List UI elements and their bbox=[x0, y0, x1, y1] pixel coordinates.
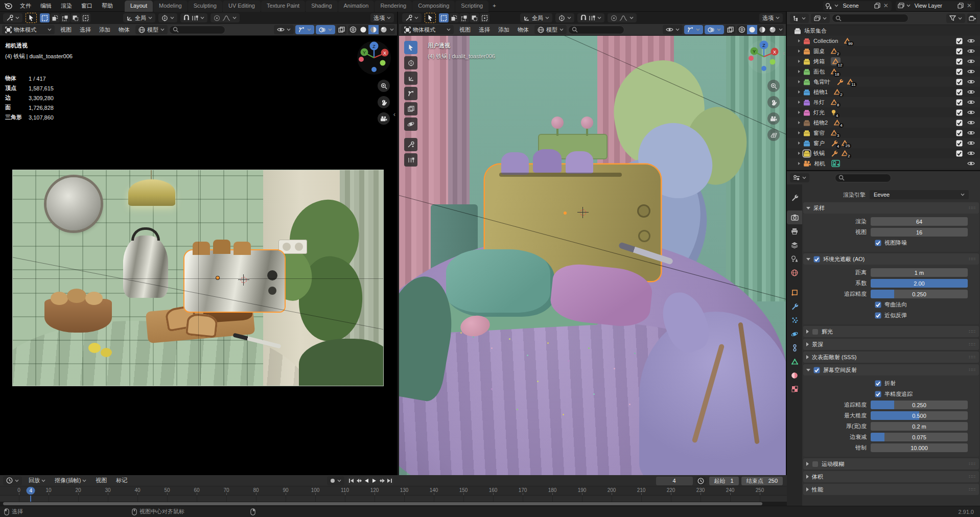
outliner-item-label[interactable]: 植物2 bbox=[813, 119, 828, 127]
panel-drag-dots[interactable]: ∷∷ bbox=[969, 487, 976, 492]
exclude-checkbox[interactable] bbox=[956, 79, 963, 85]
disclosure-icon[interactable] bbox=[798, 142, 800, 145]
disclosure-icon[interactable] bbox=[798, 70, 800, 73]
panel-drag-dots[interactable]: ∷∷ bbox=[969, 342, 976, 347]
outliner-item-label[interactable]: 窗帘 bbox=[813, 129, 825, 137]
outliner-item-label[interactable]: 植物1 bbox=[813, 88, 828, 96]
outliner-item-label[interactable]: 吊灯 bbox=[813, 99, 825, 106]
workspace-tab-compositing[interactable]: Compositing bbox=[412, 1, 455, 12]
workspace-tab-layout[interactable]: Layout bbox=[125, 1, 153, 12]
view-layer-selector[interactable]: View Layer ✕ bbox=[896, 1, 975, 11]
pan-hand-button[interactable] bbox=[767, 96, 780, 108]
shading-rendered-button[interactable] bbox=[767, 25, 778, 34]
shading-solid-button[interactable] bbox=[358, 25, 368, 34]
unlink-scene-icon[interactable]: ✕ bbox=[882, 2, 890, 9]
panel-drag-dots[interactable]: ∷∷ bbox=[969, 461, 976, 466]
viewport-camera-canvas[interactable]: 相机透视 (4) 铁锅 | dualit_toaster006 物体1 / 41… bbox=[0, 36, 397, 475]
hide-eye-icon[interactable] bbox=[967, 89, 975, 95]
proportional-edit-dropdown[interactable] bbox=[211, 13, 240, 22]
tool-rotate-button[interactable] bbox=[404, 87, 417, 100]
exclude-checkbox[interactable] bbox=[956, 48, 963, 55]
properties-tab-scene[interactable] bbox=[787, 252, 802, 266]
panel-header-7[interactable]: 体积∷∷ bbox=[803, 471, 979, 482]
gizmos-toggle[interactable] bbox=[684, 25, 703, 34]
disclosure-icon[interactable] bbox=[798, 131, 800, 134]
timeline-menu-0[interactable]: 回放 bbox=[24, 475, 50, 486]
checkbox[interactable] bbox=[875, 391, 881, 397]
panel-header-2[interactable]: 辉光∷∷ bbox=[803, 326, 979, 337]
viewport-menu-0[interactable]: 视图 bbox=[455, 24, 475, 35]
outliner-item-铁锅[interactable]: 铁锅2 bbox=[787, 148, 980, 158]
shading-wireframe-button[interactable] bbox=[348, 25, 358, 34]
properties-tab-view-layer[interactable] bbox=[787, 238, 802, 252]
hide-eye-icon[interactable] bbox=[967, 110, 975, 115]
snap-dropdown[interactable] bbox=[577, 13, 604, 22]
exclude-checkbox[interactable] bbox=[956, 99, 963, 106]
tool-cursor-button[interactable] bbox=[404, 56, 417, 69]
select-subtract-button[interactable] bbox=[459, 13, 469, 22]
shading-rendered-button[interactable] bbox=[379, 25, 389, 34]
workspace-tab-scripting[interactable]: Scripting bbox=[455, 1, 488, 12]
current-frame-field[interactable]: 4 bbox=[656, 477, 693, 485]
select-new-button[interactable] bbox=[439, 13, 449, 22]
workspace-tab-animation[interactable]: Animation bbox=[338, 1, 375, 12]
mesh-data-icon[interactable]: 4 bbox=[834, 120, 841, 126]
panel-checkbox[interactable] bbox=[812, 328, 819, 335]
visibility-dropdown[interactable] bbox=[274, 25, 294, 34]
menu-2[interactable]: 渲染 bbox=[56, 0, 77, 12]
select-subtract-button[interactable] bbox=[60, 13, 70, 22]
timeline-ruler[interactable]: 4 01020304050607080901001101201301401501… bbox=[0, 486, 787, 496]
add-workspace-button[interactable]: + bbox=[489, 1, 499, 12]
panel-disclosure-icon[interactable] bbox=[806, 355, 809, 359]
outliner-item-相机[interactable]: 相机 bbox=[787, 158, 980, 169]
next-keyframe-button[interactable] bbox=[378, 476, 386, 485]
properties-tab-physics[interactable] bbox=[787, 327, 802, 341]
properties-tab-render[interactable] bbox=[787, 210, 802, 224]
orientation-dropdown[interactable]: 全局 bbox=[123, 13, 155, 22]
disclosure-icon[interactable] bbox=[798, 90, 800, 93]
checkbox[interactable] bbox=[875, 240, 881, 246]
grid-view-button[interactable] bbox=[767, 129, 780, 141]
viewport-menu-1[interactable]: 选择 bbox=[475, 24, 494, 35]
panel-disclosure-icon[interactable] bbox=[806, 462, 809, 466]
disclosure-icon[interactable] bbox=[798, 121, 800, 124]
select-extend-button[interactable] bbox=[449, 13, 459, 22]
pivot-dropdown[interactable] bbox=[158, 13, 177, 22]
exclude-checkbox[interactable] bbox=[956, 120, 963, 126]
outliner-search-input[interactable] bbox=[832, 14, 908, 22]
outliner-item-窗帘[interactable]: 窗帘3 bbox=[787, 128, 980, 138]
properties-tab-world[interactable] bbox=[787, 266, 802, 279]
disclosure-icon[interactable] bbox=[798, 111, 800, 114]
outliner-item-label[interactable]: 相机 bbox=[814, 160, 825, 168]
disclosure-icon[interactable] bbox=[798, 162, 800, 165]
exclude-checkbox[interactable] bbox=[956, 38, 963, 44]
overlays-toggle[interactable] bbox=[316, 25, 335, 34]
xray-toggle[interactable] bbox=[726, 25, 735, 34]
viewport-menu-3[interactable]: 物体 bbox=[514, 24, 533, 35]
remove-view-layer-icon[interactable]: ✕ bbox=[966, 2, 973, 9]
toaster-selected[interactable] bbox=[184, 250, 285, 312]
filter-dropdown[interactable] bbox=[946, 14, 965, 23]
viewport-menu-2[interactable]: 添加 bbox=[95, 24, 114, 35]
panel-header-8[interactable]: 性能∷∷ bbox=[803, 484, 979, 495]
panel-disclosure-icon[interactable] bbox=[806, 487, 809, 491]
panel-drag-dots[interactable]: ∷∷ bbox=[969, 367, 976, 372]
outliner-item-灯光[interactable]: 灯光4 bbox=[787, 107, 980, 118]
mesh-data-icon[interactable]: 2 bbox=[834, 89, 841, 95]
panel-header-6[interactable]: 运动模糊∷∷ bbox=[803, 458, 979, 469]
exclude-checkbox[interactable] bbox=[956, 68, 963, 75]
end-frame-field[interactable]: 结束点250 bbox=[741, 477, 783, 485]
timeline-track[interactable] bbox=[0, 496, 787, 502]
exclude-checkbox[interactable] bbox=[956, 150, 963, 157]
outliner-item-烤箱[interactable]: 烤箱12 bbox=[787, 56, 980, 66]
auto-keying-toggle[interactable] bbox=[327, 476, 344, 485]
mesh-data-icon[interactable]: 2 bbox=[842, 150, 848, 156]
shading-dropdown[interactable] bbox=[389, 25, 395, 34]
camera-view-button[interactable] bbox=[767, 112, 780, 125]
overlays-toggle[interactable] bbox=[705, 25, 724, 34]
shading-dropdown[interactable] bbox=[778, 25, 784, 34]
shading-solid-button[interactable] bbox=[747, 25, 757, 34]
zoom-button[interactable] bbox=[378, 80, 390, 92]
panel-header-5[interactable]: 屏幕空间反射∷∷ bbox=[803, 364, 979, 375]
wrench-data-icon[interactable]: 4 bbox=[831, 140, 837, 147]
